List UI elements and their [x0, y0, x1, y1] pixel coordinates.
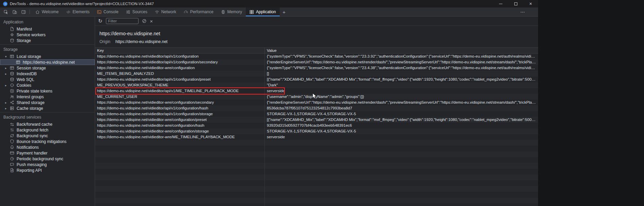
table-row[interactable]: https://demo-eu.vidispine.net/vidieditor…	[95, 54, 538, 59]
application-sidebar: Application Manifest Service workers Sto…	[0, 17, 95, 206]
row-value: [{"name":"XDCAMHD_Mix","label":"XDCAMHD …	[265, 117, 538, 123]
tab-network[interactable]: Network	[151, 7, 180, 16]
tab-application[interactable]: Application	[246, 7, 280, 16]
inspect-button[interactable]	[1, 7, 10, 16]
delete-selected-button[interactable]: ×	[150, 18, 153, 24]
table-row[interactable]: https://demo-eu.vidispine.net/vidieditor…	[95, 111, 538, 117]
tab-performance[interactable]: Performance	[180, 7, 217, 16]
storage-items-grid: Key Value https://demo-eu.vidispine.net/…	[95, 47, 538, 206]
origin-value: https://demo-eu.vidispine.net	[115, 39, 167, 44]
expander-arrow-icon: ▸	[5, 84, 10, 87]
grid-header: Key Value	[95, 47, 538, 54]
tab-console[interactable]: Console	[93, 7, 122, 16]
row-key: https://demo-eu.vidispine.net/vidieditor…	[95, 117, 265, 123]
grid-body: https://demo-eu.vidispine.net/vidieditor…	[95, 54, 538, 206]
table-row[interactable]: https://demo-eu.vidispine.net/vidieditor…	[95, 59, 538, 65]
devtools-menu-button[interactable]: ⋯	[518, 7, 527, 16]
clock-icon	[10, 156, 15, 161]
device-emulation-icon	[13, 10, 17, 14]
sidebar-item-local-storage[interactable]: ▾ Local storage	[0, 54, 95, 59]
row-value: {"renderEngineServerUrl":"https://demo-e…	[265, 100, 538, 105]
table-icon	[16, 60, 21, 65]
minimize-button[interactable]	[493, 0, 508, 7]
sidebar-item-background-sync[interactable]: Background sync	[0, 133, 95, 139]
sidebar-item-reporting-api[interactable]: Reporting API	[0, 167, 95, 173]
row-key: https://demo-eu.vidispine.net/vidieditor…	[95, 88, 265, 94]
expander-arrow-icon: ▸	[5, 107, 10, 110]
row-value: [{"name":"XDCAMHD_Mix","label":"XDCAMHD …	[265, 77, 538, 82]
maximize-button[interactable]	[508, 0, 523, 7]
sidebar-item-bounce-tracking-mitigations[interactable]: Bounce tracking mitigations	[0, 139, 95, 144]
filter-input[interactable]	[106, 18, 139, 24]
sidebar-item-back-forward-cache[interactable]: Back/forward cache	[0, 121, 95, 127]
table-row[interactable]: https://demo-eu.vidispine.net/vidieditor…	[95, 77, 538, 82]
sidebar-item-notifications[interactable]: Notifications	[0, 144, 95, 150]
more-tabs-button[interactable]: +	[280, 7, 289, 16]
device-emulation-button[interactable]	[10, 7, 19, 16]
devtools-logo-icon: <>	[3, 2, 7, 6]
sidebar-item-session-storage[interactable]: ▸ Session storage	[0, 65, 95, 71]
origin-row: Origin https://demo-eu.vidispine.net	[95, 38, 538, 47]
refresh-button[interactable]: ↻	[98, 18, 103, 24]
sidebar-section-application: Application Manifest Service workers Sto…	[0, 17, 95, 43]
row-value: serverside	[265, 134, 538, 140]
expander-arrow-icon: ▸	[5, 101, 10, 104]
origin-title: https://demo-eu.vidispine.net	[95, 26, 538, 38]
table-row[interactable]: https://demo-eu.vidispine.net/vidieditor…	[95, 128, 538, 134]
sidebar-item-service-workers[interactable]: Service workers	[0, 32, 95, 38]
inspect-icon	[4, 10, 8, 14]
toolbar-separator	[30, 9, 30, 14]
row-value: "Dark"	[265, 82, 538, 88]
section-title: Storage	[0, 45, 95, 54]
focus-mode-button[interactable]	[19, 7, 28, 16]
row-key: ME_CURRENT_USER	[95, 94, 265, 100]
tab-elements[interactable]: Elements	[62, 7, 93, 16]
cache-icon	[10, 106, 15, 111]
focus-mode-icon	[21, 10, 26, 14]
table-row[interactable]: https://demo-eu.vidispine.net/vidieditor…	[95, 134, 538, 140]
push-icon	[10, 162, 15, 167]
sidebar-section-background-services: Background services Back/forward cache B…	[0, 112, 95, 173]
sidebar-item-payment-handler[interactable]: Payment handler	[0, 150, 95, 156]
sidebar-item-shared-storage[interactable]: ▸ Shared storage	[0, 100, 95, 105]
fetch-icon	[10, 127, 15, 132]
sidebar-item-interest-groups[interactable]: Interest groups	[0, 94, 95, 100]
table-row[interactable]: https://demo-eu.vidispine.net/vidieditor…	[95, 123, 538, 128]
table-row[interactable]: ME_PREVIOUS_WORKSPACE_THEME "Dark"	[95, 82, 538, 88]
sidebar-item-private-state-tokens[interactable]: Private state tokens	[0, 88, 95, 94]
sidebar-item-push-messaging[interactable]: Push messaging	[0, 162, 95, 167]
tab-welcome[interactable]: Welcome	[32, 7, 62, 16]
devtools-tabbar: Welcome Elements Console Sources Network…	[0, 7, 538, 17]
row-value: 8536dcba787f95107d75123254812c7993bea8d7	[265, 105, 538, 111]
sidebar-item-storage[interactable]: Storage	[0, 38, 95, 43]
sidebar-item-cache-storage[interactable]: ▸ Cache storage	[0, 105, 95, 111]
sidebar-item-periodic-background-sync[interactable]: Periodic background sync	[0, 156, 95, 162]
sidebar-item-background-fetch[interactable]: Background fetch	[0, 127, 95, 133]
database-icon	[10, 77, 15, 82]
sidebar-item-indexeddb[interactable]: ▸ IndexedDB	[0, 71, 95, 77]
tab-sources[interactable]: Sources	[122, 7, 151, 16]
tab-memory[interactable]: Memory	[217, 7, 246, 16]
table-row[interactable]: https://demo-eu.vidispine.net/vidieditor…	[95, 65, 538, 71]
table-row[interactable]: https://demo-eu.vidispine.net/vidieditor…	[95, 100, 538, 105]
row-key: https://demo-eu.vidispine.net/vidieditor…	[95, 111, 265, 117]
row-value: 93920d315d05927707bf4cacb493eeb548391ec6	[265, 123, 538, 128]
close-button[interactable]: ×	[523, 0, 538, 7]
row-key: https://demo-eu.vidispine.net/vidieditor…	[95, 59, 265, 65]
column-header-value[interactable]: Value	[265, 48, 538, 53]
clear-all-button[interactable]	[142, 19, 147, 23]
table-row[interactable]: ME_ITEMS_BEING_ANALYZED []	[95, 71, 538, 77]
table-row[interactable]: ME_CURRENT_USER {"username":"admin","dis…	[95, 94, 538, 100]
row-key: https://demo-eu.vidispine.net/vidieditor…	[95, 100, 265, 105]
sidebar-item-web-sql[interactable]: Web SQL	[0, 77, 95, 82]
maximize-icon	[514, 2, 517, 5]
sidebar-item-manifest[interactable]: Manifest	[0, 26, 95, 32]
sidebar-item-https-demo-eu-vidispine-net[interactable]: https://demo-eu.vidispine.net	[0, 59, 95, 65]
table-row[interactable]: https://demo-eu.vidispine.net/vidieditor…	[95, 117, 538, 123]
table-row[interactable]: https://demo-eu.vidispine.net/vidieditor…	[95, 105, 538, 111]
sidebar-item-cookies[interactable]: ▸ Cookies	[0, 82, 95, 88]
table-row[interactable]: https://demo-eu.vidispine.net/vidieditor…	[95, 88, 538, 94]
row-value: {"systemType":"VPMS","licenseCheck":fals…	[265, 65, 538, 71]
column-header-key[interactable]: Key	[95, 48, 265, 53]
row-key: https://demo-eu.vidispine.net/vidieditor…	[95, 123, 265, 128]
